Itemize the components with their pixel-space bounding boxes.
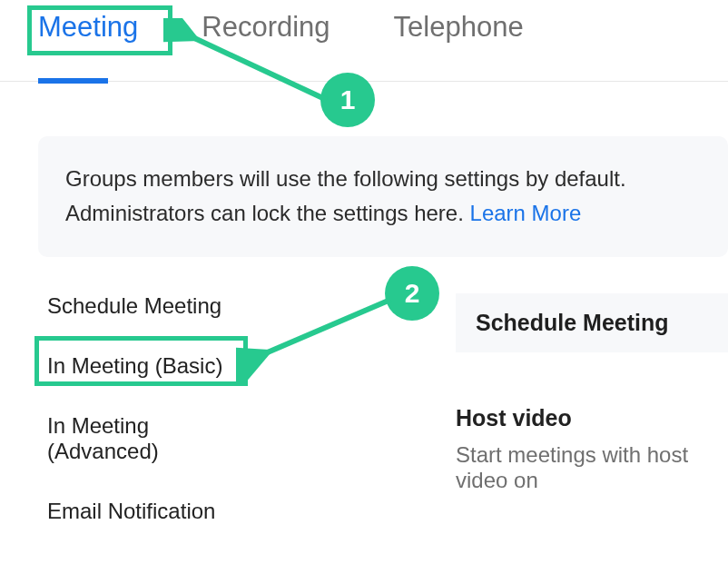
- setting-subtitle-host-video: Start meetings with host video on: [456, 442, 728, 493]
- sidebar-item-schedule-meeting[interactable]: Schedule Meeting: [47, 293, 229, 319]
- settings-body: Schedule Meeting In Meeting (Basic) In M…: [0, 293, 728, 524]
- tab-recording[interactable]: Recording: [202, 11, 330, 62]
- section-header-schedule-meeting: Schedule Meeting: [456, 293, 728, 352]
- settings-side-nav: Schedule Meeting In Meeting (Basic) In M…: [0, 293, 229, 524]
- info-banner: Groups members will use the following se…: [38, 136, 728, 257]
- sidebar-item-in-meeting-basic[interactable]: In Meeting (Basic): [47, 353, 229, 379]
- settings-content: Schedule Meeting Host video Start meetin…: [229, 293, 728, 524]
- sidebar-item-email-notification[interactable]: Email Notification: [47, 499, 229, 524]
- setting-title-host-video: Host video: [456, 405, 728, 431]
- sidebar-item-in-meeting-advanced[interactable]: In Meeting (Advanced): [47, 413, 229, 464]
- learn-more-link[interactable]: Learn More: [470, 201, 582, 225]
- tab-meeting[interactable]: Meeting: [38, 11, 138, 62]
- settings-tabs: Meeting Recording Telephone: [0, 0, 728, 82]
- tab-telephone[interactable]: Telephone: [394, 11, 524, 62]
